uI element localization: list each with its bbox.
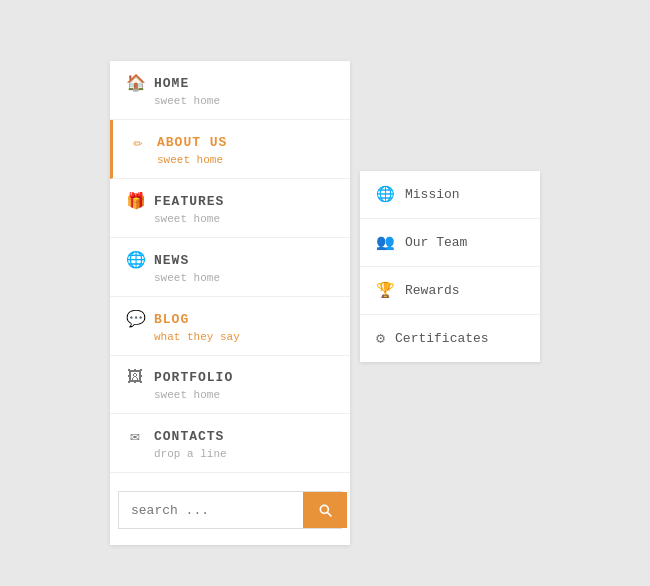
nav-item-top-contacts: ✉ CONTACTS (126, 426, 334, 446)
nav-item-features[interactable]: 🎁 FEATURES sweet home (110, 179, 350, 238)
ui-container: 🏠 HOME sweet home ✏️ ABOUT US sweet home… (110, 61, 540, 545)
search-input[interactable] (119, 493, 303, 528)
nav-subtitle-blog: what they say (126, 331, 334, 343)
nav-item-contacts[interactable]: ✉ CONTACTS drop a line (110, 414, 350, 473)
nav-subtitle-features: sweet home (126, 213, 334, 225)
nav-item-top-news: 🌐 NEWS (126, 250, 334, 270)
mission-icon: 🌐 (376, 185, 395, 204)
features-icon: 🎁 (126, 191, 144, 211)
nav-item-home[interactable]: 🏠 HOME sweet home (110, 61, 350, 120)
nav-title-contacts: CONTACTS (154, 429, 224, 444)
submenu-panel: 🌐 Mission 👥 Our Team 🏆 Rewards ⚙ Certifi… (360, 171, 540, 362)
nav-title-blog: BLOG (154, 312, 189, 327)
submenu-item-mission[interactable]: 🌐 Mission (360, 171, 540, 219)
submenu-label-our-team: Our Team (405, 235, 467, 250)
home-icon: 🏠 (126, 73, 144, 93)
nav-panel: 🏠 HOME sweet home ✏️ ABOUT US sweet home… (110, 61, 350, 545)
news-icon: 🌐 (126, 250, 144, 270)
nav-item-top-blog: 💬 BLOG (126, 309, 334, 329)
nav-item-blog[interactable]: 💬 BLOG what they say (110, 297, 350, 356)
submenu-label-mission: Mission (405, 187, 460, 202)
nav-item-top-portfolio: 🖼 PORTFOLIO (126, 368, 334, 387)
nav-title-news: NEWS (154, 253, 189, 268)
nav-subtitle-news: sweet home (126, 272, 334, 284)
nav-subtitle-home: sweet home (126, 95, 334, 107)
nav-title-home: HOME (154, 76, 189, 91)
nav-subtitle-contacts: drop a line (126, 448, 334, 460)
nav-item-top-features: 🎁 FEATURES (126, 191, 334, 211)
portfolio-icon: 🖼 (126, 368, 144, 387)
blog-icon: 💬 (126, 309, 144, 329)
submenu-item-rewards[interactable]: 🏆 Rewards (360, 267, 540, 315)
nav-subtitle-portfolio: sweet home (126, 389, 334, 401)
nav-title-features: FEATURES (154, 194, 224, 209)
nav-item-about[interactable]: ✏️ ABOUT US sweet home (110, 120, 350, 179)
nav-title-about: ABOUT US (157, 135, 227, 150)
our-team-icon: 👥 (376, 233, 395, 252)
contacts-icon: ✉ (126, 426, 144, 446)
submenu-label-certificates: Certificates (395, 331, 489, 346)
certificates-icon: ⚙ (376, 329, 385, 348)
nav-panel-inner: 🏠 HOME sweet home ✏️ ABOUT US sweet home… (110, 61, 350, 545)
nav-item-top-home: 🏠 HOME (126, 73, 334, 93)
nav-title-portfolio: PORTFOLIO (154, 370, 233, 385)
nav-subtitle-about: sweet home (129, 154, 334, 166)
search-wrapper (110, 473, 350, 545)
rewards-icon: 🏆 (376, 281, 395, 300)
nav-item-portfolio[interactable]: 🖼 PORTFOLIO sweet home (110, 356, 350, 414)
submenu-label-rewards: Rewards (405, 283, 460, 298)
submenu-item-certificates[interactable]: ⚙ Certificates (360, 315, 540, 362)
search-icon (317, 502, 333, 518)
about-icon: ✏️ (129, 132, 147, 152)
nav-item-top-about: ✏️ ABOUT US (129, 132, 334, 152)
search-button[interactable] (303, 492, 347, 528)
submenu-item-our-team[interactable]: 👥 Our Team (360, 219, 540, 267)
search-bar (118, 491, 342, 529)
nav-item-news[interactable]: 🌐 NEWS sweet home (110, 238, 350, 297)
